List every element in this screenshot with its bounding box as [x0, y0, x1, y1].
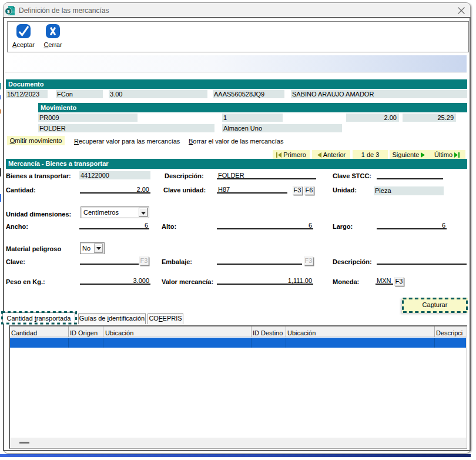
- svg-text:$: $: [7, 9, 10, 14]
